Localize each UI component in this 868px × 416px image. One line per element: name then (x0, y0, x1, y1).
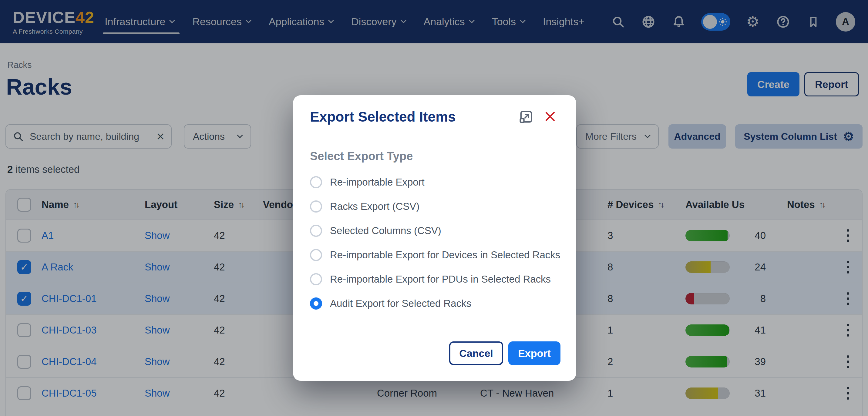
modal-subtitle: Select Export Type (310, 150, 413, 163)
export-option[interactable]: Re-importable Export (310, 170, 565, 194)
export-option[interactable]: Re-importable Export for PDUs in Selecte… (310, 267, 565, 291)
radio-unselected[interactable] (310, 249, 322, 261)
close-icon[interactable] (544, 110, 558, 124)
radio-unselected[interactable] (310, 176, 322, 188)
export-option[interactable]: Racks Export (CSV) (310, 194, 565, 219)
expand-icon[interactable] (518, 109, 534, 125)
radio-selected[interactable] (310, 297, 322, 310)
radio-unselected[interactable] (310, 200, 322, 213)
export-button[interactable]: Export (508, 342, 560, 365)
export-option-label: Re-importable Export (330, 177, 425, 188)
radio-unselected[interactable] (310, 273, 322, 285)
device42-app: DEVICE42 A Freshworks Company Infrastruc… (0, 0, 868, 416)
export-option-label: Re-importable Export for Devices in Sele… (330, 249, 560, 261)
modal-title: Export Selected Items (310, 108, 456, 125)
export-option-label: Selected Columns (CSV) (330, 225, 441, 236)
export-option[interactable]: Re-importable Export for Devices in Sele… (310, 243, 565, 267)
export-type-options: Re-importable ExportRacks Export (CSV)Se… (310, 170, 565, 316)
export-option[interactable]: Selected Columns (CSV) (310, 219, 565, 243)
export-option-label: Audit Export for Selected Racks (330, 298, 471, 309)
export-option-label: Racks Export (CSV) (330, 201, 420, 212)
radio-unselected[interactable] (310, 225, 322, 237)
cancel-button[interactable]: Cancel (449, 342, 503, 365)
export-option[interactable]: Audit Export for Selected Racks (310, 291, 565, 316)
export-modal: Export Selected Items Select Export Type… (293, 95, 576, 381)
export-option-label: Re-importable Export for PDUs in Selecte… (330, 274, 551, 285)
